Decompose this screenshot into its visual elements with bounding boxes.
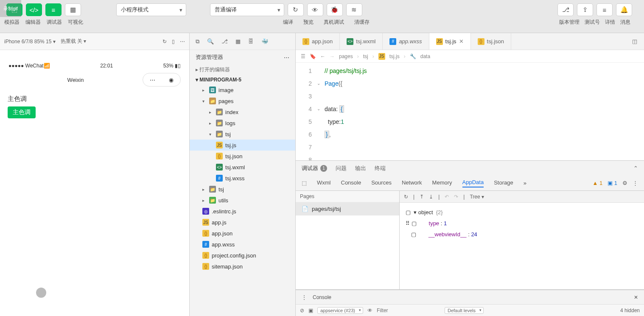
compile-button[interactable]: ↻ <box>288 3 304 16</box>
dt-wxml[interactable]: Wxml <box>317 179 331 187</box>
file-sitemap[interactable]: {}sitemap.json <box>190 261 295 272</box>
inspect-icon[interactable]: ⬚ <box>302 180 307 186</box>
view-mode-select[interactable]: Tree ▾ <box>470 194 484 200</box>
hidden-count[interactable]: 4 hidden <box>620 308 640 313</box>
more-icon[interactable]: ⋯ <box>180 39 185 45</box>
bc-file[interactable]: tsj.js <box>389 53 400 59</box>
dt-appdata[interactable]: AppData <box>462 179 484 187</box>
hotreload-select[interactable]: 热重载 关 ▾ <box>61 38 87 45</box>
split-editor-icon[interactable]: ◫ <box>625 33 644 50</box>
bc-data[interactable]: data <box>420 53 430 59</box>
file-eslint[interactable]: ◎.eslintrc.js <box>190 206 295 217</box>
debugger-button[interactable]: ≡ <box>45 3 62 16</box>
open-editors-section[interactable]: ▸ 打开的编辑器 <box>190 64 295 75</box>
file-tsj-wxml[interactable]: <>tsj.wxml <box>190 162 295 173</box>
remote-debug-button[interactable]: 🐞 <box>327 3 343 16</box>
file-appjs[interactable]: JSapp.js <box>190 217 295 228</box>
drawer-close-icon[interactable]: ✕ <box>634 294 638 300</box>
collapse-icon[interactable]: ⌃ <box>633 165 638 171</box>
appdata-tree[interactable]: ▢ ▾ object {2} ⠿ ▢ type : 1 ▢ __webviewI… <box>400 203 644 244</box>
more-tabs-icon[interactable]: » <box>524 180 526 186</box>
search-icon[interactable]: 🔍 <box>207 38 214 45</box>
file-tsj-js[interactable]: JStsj.js <box>190 140 295 151</box>
refresh-data-icon[interactable]: ↻ <box>404 194 408 200</box>
theme-button[interactable]: 主色调 <box>8 106 36 118</box>
file-tsj-wxss[interactable]: #tsj.wxss <box>190 173 295 184</box>
ext-icon[interactable]: ▦ <box>235 38 241 45</box>
undo-icon[interactable]: ↶ <box>445 194 449 200</box>
folder-tsj[interactable]: ▾📁tsj <box>190 129 295 140</box>
dt-sources[interactable]: Sources <box>371 179 392 187</box>
tab-tsjwxml[interactable]: <>tsj.wxml <box>340 33 383 50</box>
file-appjson[interactable]: {}app.json <box>190 228 295 239</box>
devtools-more-icon[interactable]: ⋮ <box>633 180 638 186</box>
refresh-icon[interactable]: ↻ <box>162 39 167 45</box>
dt-storage[interactable]: Storage <box>494 179 513 187</box>
db-icon[interactable]: 🗄 <box>248 38 254 45</box>
tab-appwxss[interactable]: #app.wxss <box>383 33 429 50</box>
notify-button[interactable]: 🔔 <box>616 3 632 16</box>
compvis-button[interactable]: ▦ <box>65 3 81 16</box>
project-section[interactable]: ▾ MINIPROGRAM-5 <box>190 75 295 84</box>
collapse-down-icon[interactable]: ⤓ <box>429 194 433 200</box>
settings-icon[interactable]: ⚙ <box>622 180 627 186</box>
warning-badge[interactable]: ▲ 1 <box>592 180 602 186</box>
dt-console[interactable]: Console <box>341 179 361 187</box>
explorer-more-icon[interactable]: ⋯ <box>284 54 289 61</box>
mode-select[interactable]: 小程序模式 <box>116 3 186 16</box>
file-tsj-json[interactable]: {}tsj.json <box>190 151 295 162</box>
file-projcfg[interactable]: {}project.config.json <box>190 250 295 261</box>
close-icon[interactable]: ✕ <box>459 38 464 45</box>
version-button[interactable]: ⎇ <box>557 3 574 16</box>
bookmark-icon[interactable]: 🔖 <box>310 53 316 59</box>
code-editor[interactable]: 12345678 ⌄⌄ // pages/tsj/tsj.js Page({ d… <box>296 63 644 160</box>
preview-button[interactable]: 👁 <box>307 3 323 16</box>
docker-icon[interactable]: 🐳 <box>261 38 268 45</box>
device-select[interactable]: iPhone 6/7/8 85% 15 ▾ <box>4 39 56 45</box>
levels-select[interactable]: Default levels <box>445 307 484 314</box>
device-icon[interactable]: ▯ <box>172 39 175 45</box>
info-badge[interactable]: ▣ 1 <box>608 180 617 186</box>
folder-image[interactable]: ▸🖼image <box>190 84 295 95</box>
details-button[interactable]: ≡ <box>596 3 613 16</box>
redo-icon[interactable]: ↷ <box>454 194 458 200</box>
fwd-icon[interactable]: → <box>330 53 335 59</box>
git-icon[interactable]: ⎇ <box>221 38 228 45</box>
label-debug: 调试器 <box>47 19 62 26</box>
folder-index[interactable]: ▸📁index <box>190 106 295 117</box>
tab-tsjjson[interactable]: {}tsj.json <box>471 33 511 50</box>
folder-utils[interactable]: ▸📁utils <box>190 195 295 206</box>
files-icon[interactable]: ⧉ <box>196 38 199 45</box>
tab-appjson[interactable]: {}app.json <box>296 33 340 50</box>
pages-item[interactable]: 📄pages/tsj/tsj <box>296 202 399 215</box>
dt-network[interactable]: Network <box>402 179 422 187</box>
panel-output[interactable]: 输出 <box>355 165 366 172</box>
top-icon[interactable]: ▣ <box>308 308 313 313</box>
upload-button[interactable]: ⇪ <box>577 3 593 16</box>
back-icon[interactable]: ← <box>320 53 325 59</box>
editor-button[interactable]: </> <box>26 3 42 16</box>
list-icon[interactable]: ☰ <box>301 53 305 59</box>
file-appwxss[interactable]: #app.wxss <box>190 239 295 250</box>
panel-terminal[interactable]: 终端 <box>375 165 386 172</box>
folder-logs[interactable]: ▸📁logs <box>190 117 295 129</box>
label-details: 详情 <box>605 19 615 26</box>
bc-tsj[interactable]: tsj <box>363 53 368 59</box>
console-tab[interactable]: Console <box>313 294 331 300</box>
capsule[interactable]: ⋯◉ <box>143 73 181 87</box>
tab-tsjjs[interactable]: JStsj.js✕ <box>429 33 471 50</box>
panel-problems[interactable]: 问题 <box>336 165 347 172</box>
collapse-up-icon[interactable]: ⤒ <box>420 194 424 200</box>
folder-pages[interactable]: ▾📁pages <box>190 95 295 106</box>
folder-tsj2[interactable]: ▸📁tsj <box>190 184 295 195</box>
panel-debugger[interactable]: 调试器1 <box>302 165 327 172</box>
bc-pages[interactable]: pages <box>339 53 353 59</box>
context-select[interactable]: appservice (#23) <box>317 307 363 314</box>
stop-icon[interactable]: ⊘ <box>300 308 304 313</box>
eye-icon[interactable]: 👁 <box>367 308 372 313</box>
clear-cache-button[interactable]: ≋ <box>346 3 362 16</box>
drawer-more-icon[interactable]: ⋮ <box>302 294 307 300</box>
dt-memory[interactable]: Memory <box>432 179 452 187</box>
compile-select[interactable]: 普通编译 <box>210 3 284 16</box>
filter-input[interactable] <box>377 308 440 313</box>
